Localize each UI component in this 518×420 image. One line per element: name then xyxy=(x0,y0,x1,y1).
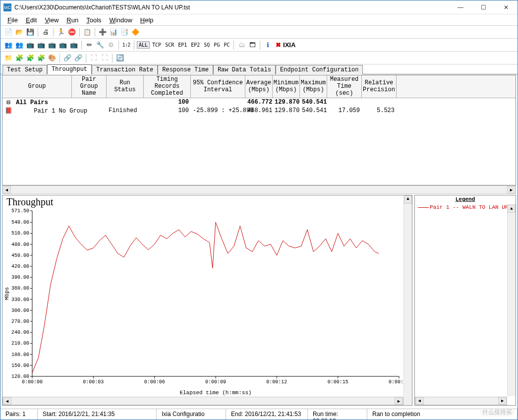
tab-throughput[interactable]: Throughput xyxy=(47,64,92,74)
column-header[interactable]: Maximum(Mbps) xyxy=(300,75,327,98)
collapse-icon[interactable]: ⛶ xyxy=(100,53,110,63)
column-header[interactable]: Pair GroupName xyxy=(72,75,107,98)
view-icon-2[interactable]: 🗔 xyxy=(247,40,257,50)
tab-transaction-rate[interactable]: Transaction Rate xyxy=(92,65,158,74)
column-header[interactable]: 95% ConfidenceInterval xyxy=(191,75,245,98)
chart-area: Throughput 120.00150.00180.00210.00240.0… xyxy=(2,195,516,406)
scroll-right-icon[interactable]: ► xyxy=(507,186,516,193)
chart-scrollbar-h[interactable]: ◄► xyxy=(2,397,403,405)
menu-file[interactable]: File xyxy=(3,15,22,25)
tool-icon-7[interactable]: ⚙ xyxy=(106,40,116,50)
save-icon[interactable]: 💾 xyxy=(25,27,35,37)
view-icon[interactable]: 🗂 xyxy=(236,40,246,50)
tool-icon[interactable]: 📋 xyxy=(82,27,92,37)
chart-scrollbar-v[interactable]: ▲ xyxy=(403,195,412,405)
pair-icon-2[interactable]: 👥 xyxy=(14,40,24,50)
tool-icon-3[interactable]: 📊 xyxy=(109,27,118,37)
device-icon-4[interactable]: 📺 xyxy=(58,40,68,50)
device-icon-5[interactable]: 📺 xyxy=(69,40,79,50)
scroll-left-icon[interactable]: ◄ xyxy=(415,397,424,405)
table-row[interactable]: 📕 Pair 1 No GroupFinished100-25.899 : +2… xyxy=(2,107,516,115)
tab-endpoint-config[interactable]: Endpoint Configuration xyxy=(276,65,363,74)
cell xyxy=(72,107,107,115)
edit-icon[interactable]: ✏ xyxy=(84,40,94,50)
open-icon[interactable]: 📂 xyxy=(14,27,24,37)
filter-ep1-button[interactable]: EP1 xyxy=(176,42,188,48)
filter-tcp-button[interactable]: TCP xyxy=(151,42,163,48)
close-button[interactable]: ✕ xyxy=(495,0,518,14)
refresh-icon[interactable]: 🔄 xyxy=(115,53,125,63)
device-icon[interactable]: 📺 xyxy=(25,40,35,50)
print-icon[interactable]: 🖨 xyxy=(41,27,51,37)
scroll-right-icon[interactable]: ► xyxy=(498,397,507,405)
pair-icon[interactable]: 👥 xyxy=(3,40,13,50)
group-icon-4[interactable]: 🧩 xyxy=(36,53,46,63)
tool-icon-5[interactable]: 🔶 xyxy=(130,27,140,37)
grid-body: ⊟ All Pairs100466.772129.870540.541📕 Pai… xyxy=(2,98,516,185)
tab-response-time[interactable]: Response Time xyxy=(158,65,213,74)
scroll-left-icon[interactable]: ◄ xyxy=(2,186,11,193)
scroll-right-icon[interactable]: ► xyxy=(395,397,403,405)
cell: ⊟ All Pairs xyxy=(2,99,72,106)
legend-scrollbar-h[interactable]: ◄► xyxy=(415,397,507,405)
svg-text:0:00:03: 0:00:03 xyxy=(83,379,104,385)
group-icon-2[interactable]: 🧩 xyxy=(14,53,24,63)
toolbar-2: 👥 👥 📺 📺 📺 📺 📺 ✏ 🔧 ⚙ 1↕2 ALL TCP SCR EP1 … xyxy=(0,39,518,52)
run-icon[interactable]: 🏃 xyxy=(56,27,66,37)
column-header[interactable]: Average(Mbps) xyxy=(245,75,273,98)
table-row[interactable]: ⊟ All Pairs100466.772129.870540.541 xyxy=(2,98,516,107)
maximize-button[interactable]: ☐ xyxy=(472,0,495,14)
svg-text:240.00: 240.00 xyxy=(11,330,29,336)
grid-scrollbar[interactable]: ◄ ► xyxy=(2,185,516,194)
new-icon[interactable]: 📄 xyxy=(3,27,13,37)
column-header[interactable]: Timing RecordsCompleted xyxy=(144,75,191,98)
menu-help[interactable]: Help xyxy=(136,15,158,25)
filter-pc-button[interactable]: PC xyxy=(222,42,231,48)
link-icon[interactable]: 🔗 xyxy=(62,53,72,63)
cell: 466.772 xyxy=(245,99,273,106)
menu-tools[interactable]: Tools xyxy=(82,15,105,25)
group-icon[interactable]: 📁 xyxy=(3,53,13,63)
sort-icon[interactable]: 1↕2 xyxy=(121,40,131,50)
filter-all-button[interactable]: ALL xyxy=(137,41,150,49)
filter-sq-button[interactable]: SQ xyxy=(202,42,211,48)
tool-icon-6[interactable]: 🔧 xyxy=(95,40,105,50)
status-runtime: Run time: 00:00:18 xyxy=(308,409,367,420)
menu-view[interactable]: View xyxy=(41,15,62,25)
column-header[interactable]: MeasuredTime (sec) xyxy=(327,75,362,98)
filter-scr-button[interactable]: SCR xyxy=(164,42,175,48)
cell: 17.059 xyxy=(327,107,362,115)
cell xyxy=(107,99,144,106)
column-header[interactable]: Run Status xyxy=(107,75,144,98)
minimize-button[interactable]: — xyxy=(449,0,472,14)
menu-run[interactable]: Run xyxy=(62,15,82,25)
filter-pg-button[interactable]: PG xyxy=(212,42,221,48)
tool-icon-4[interactable]: 📑 xyxy=(119,27,129,37)
palette-icon[interactable]: 🎨 xyxy=(47,53,57,63)
expand-icon[interactable]: ⛶ xyxy=(89,53,99,63)
menu-edit[interactable]: Edit xyxy=(22,15,41,25)
stop-icon[interactable]: ⛔ xyxy=(67,27,77,37)
tab-test-setup[interactable]: Test Setup xyxy=(2,65,47,74)
scroll-up-icon[interactable]: ▲ xyxy=(404,195,412,204)
column-header[interactable]: RelativePrecision xyxy=(362,75,397,98)
link-icon-2[interactable]: 🔗 xyxy=(73,53,83,63)
cell: 📕 Pair 1 No Group xyxy=(2,107,72,115)
legend-entry: Pair 1 -- WALN TO LAN UP xyxy=(415,203,516,211)
info-icon[interactable]: ℹ xyxy=(263,40,273,50)
scroll-up-icon[interactable]: ▲ xyxy=(508,204,516,213)
app-icon: IxC xyxy=(3,3,11,11)
svg-text:540.00: 540.00 xyxy=(11,220,29,226)
tool-icon-2[interactable]: ➕ xyxy=(98,27,108,37)
menu-window[interactable]: Window xyxy=(106,15,136,25)
tab-raw-data[interactable]: Raw Data Totals xyxy=(213,65,276,74)
device-icon-2[interactable]: 📺 xyxy=(36,40,46,50)
column-header[interactable]: Minimum(Mbps) xyxy=(273,75,300,98)
device-icon-3[interactable]: 📺 xyxy=(47,40,57,50)
legend-scrollbar[interactable]: ▲ xyxy=(507,204,516,396)
cell: 100 xyxy=(144,107,191,115)
filter-ep2-button[interactable]: EP2 xyxy=(189,42,201,48)
scroll-left-icon[interactable]: ◄ xyxy=(3,397,11,405)
group-icon-3[interactable]: 🧩 xyxy=(25,53,35,63)
column-header[interactable]: Group xyxy=(2,75,72,98)
